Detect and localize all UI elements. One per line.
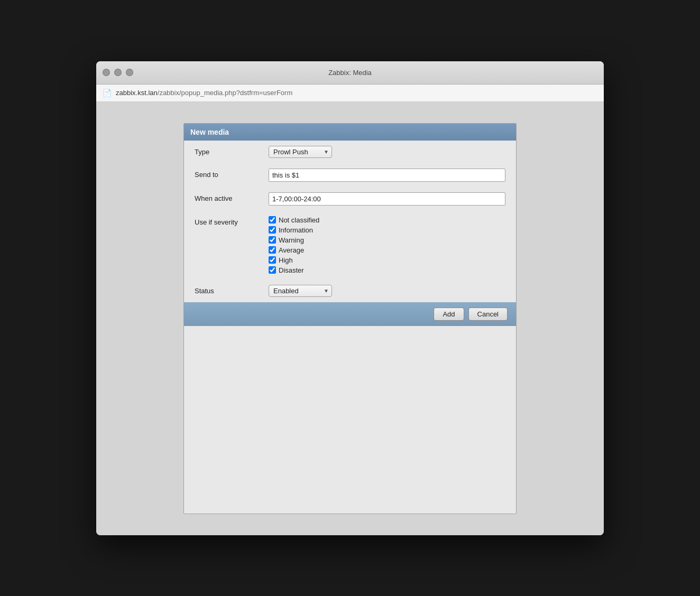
when-active-label: When active — [195, 192, 269, 202]
severity-row: Use if severity Not classified Informati… — [184, 211, 516, 280]
add-button[interactable]: Add — [434, 308, 464, 321]
severity-disaster: Disaster — [269, 266, 505, 274]
severity-not-classified: Not classified — [269, 216, 505, 224]
content-area: New media Type Prowl Push Email SMS Jabb… — [96, 102, 604, 535]
dialog-body: Type Prowl Push Email SMS Jabber ▼ — [184, 141, 516, 302]
type-select-wrapper: Prowl Push Email SMS Jabber ▼ — [269, 146, 332, 158]
traffic-lights — [103, 69, 133, 76]
send-to-control — [269, 169, 505, 182]
new-media-dialog: New media Type Prowl Push Email SMS Jabb… — [183, 123, 517, 514]
severity-average-label: Average — [279, 246, 304, 254]
address-path: /zabbix/popup_media.php?dstfrm=userForm — [158, 89, 292, 97]
checkbox-average[interactable] — [269, 246, 276, 254]
checkbox-not-classified[interactable] — [269, 216, 276, 224]
severity-not-classified-label: Not classified — [279, 216, 319, 224]
severity-average: Average — [269, 246, 505, 254]
severity-high: High — [269, 256, 505, 264]
address-domain: zabbix.kst.lan — [116, 89, 158, 97]
send-to-input[interactable] — [269, 169, 505, 182]
main-window: Zabbix: Media 📄 zabbix.kst.lan/zabbix/po… — [96, 61, 604, 535]
page-icon: 📄 — [103, 89, 112, 97]
when-active-control — [269, 192, 505, 206]
severity-list: Not classified Information Warning — [269, 216, 505, 274]
status-select[interactable]: Enabled Disabled — [269, 285, 332, 297]
status-row: Status Enabled Disabled ▼ — [184, 280, 516, 302]
type-label: Type — [195, 146, 269, 156]
type-row: Type Prowl Push Email SMS Jabber ▼ — [184, 141, 516, 163]
severity-warning-label: Warning — [279, 236, 304, 244]
dialog-footer: Add Cancel — [184, 302, 516, 326]
checkbox-disaster[interactable] — [269, 266, 276, 274]
window-title: Zabbix: Media — [328, 69, 372, 77]
type-select[interactable]: Prowl Push Email SMS Jabber — [269, 146, 332, 158]
severity-label: Use if severity — [195, 216, 269, 226]
type-control: Prowl Push Email SMS Jabber ▼ — [269, 146, 505, 158]
when-active-input[interactable] — [269, 192, 505, 206]
address-bar: 📄 zabbix.kst.lan/zabbix/popup_media.php?… — [96, 85, 604, 102]
close-button[interactable] — [103, 69, 110, 76]
severity-information: Information — [269, 226, 505, 234]
checkbox-warning[interactable] — [269, 236, 276, 244]
title-bar: Zabbix: Media — [96, 61, 604, 85]
send-to-label: Send to — [195, 169, 269, 179]
dialog-header: New media — [184, 124, 516, 141]
address-text: zabbix.kst.lan/zabbix/popup_media.php?ds… — [116, 89, 292, 97]
checkbox-high[interactable] — [269, 256, 276, 264]
status-select-wrapper: Enabled Disabled ▼ — [269, 285, 332, 297]
dialog-title: New media — [190, 128, 229, 136]
severity-disaster-label: Disaster — [279, 266, 304, 274]
checkbox-information[interactable] — [269, 226, 276, 234]
minimize-button[interactable] — [114, 69, 122, 76]
severity-warning: Warning — [269, 236, 505, 244]
severity-information-label: Information — [279, 226, 313, 234]
severity-control: Not classified Information Warning — [269, 216, 505, 274]
send-to-row: Send to — [184, 163, 516, 187]
maximize-button[interactable] — [126, 69, 133, 76]
when-active-row: When active — [184, 187, 516, 211]
severity-high-label: High — [279, 256, 293, 264]
status-label: Status — [195, 285, 269, 295]
cancel-button[interactable]: Cancel — [468, 308, 508, 321]
status-control: Enabled Disabled ▼ — [269, 285, 505, 297]
